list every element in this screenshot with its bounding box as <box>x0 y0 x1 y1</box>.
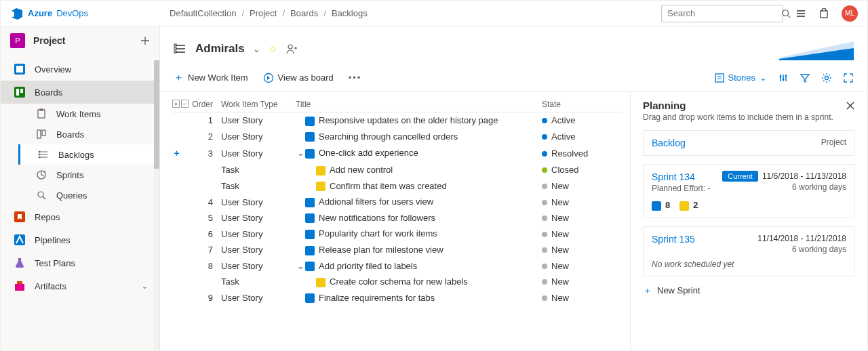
backlog-card[interactable]: Backlog Project <box>643 130 855 156</box>
table-row[interactable]: TaskAdd new controlClosed <box>172 162 623 178</box>
cell-type: User Story <box>221 115 296 125</box>
table-row[interactable]: 6User StoryPopularity chart for work ite… <box>172 226 623 242</box>
cell-title[interactable]: Add new control <box>296 165 542 176</box>
table-row[interactable]: TaskConfirm that item was createdNew <box>172 178 623 194</box>
sidebar-item-artifacts[interactable]: Artifacts ⌄ <box>1 274 159 297</box>
sidebar-scrollbar[interactable] <box>154 60 159 351</box>
list-icon[interactable] <box>795 8 806 19</box>
sprint-card-title[interactable]: Sprint 135 <box>652 234 695 245</box>
cell-title[interactable]: Popularity chart for work items <box>296 228 542 239</box>
table-row[interactable]: 9User StoryFinalize requirements for tab… <box>172 290 623 306</box>
cell-title[interactable]: Addional filters for users view <box>296 197 542 207</box>
expand-collapse-toggle[interactable]: +− <box>172 100 189 108</box>
sidebar-item-boards[interactable]: Boards <box>1 81 159 104</box>
sidebar-item-work-items[interactable]: Work Items <box>18 104 159 124</box>
breadcrumb-item[interactable]: DefaultCollection <box>170 8 236 18</box>
sidebar-item-test-plans[interactable]: Test Plans <box>1 251 159 274</box>
cell-title[interactable]: Searching through cancelled orders <box>296 131 542 142</box>
chevron-down-icon[interactable]: ⌄ <box>253 44 260 54</box>
cell-order: 1 <box>189 115 221 125</box>
cell-title[interactable]: Confirm that item was created <box>296 181 542 192</box>
column-header-title[interactable]: Title <box>296 100 542 109</box>
cell-title[interactable]: Release plan for milestone view <box>296 245 542 255</box>
team-name[interactable]: Admirals <box>195 42 245 56</box>
table-row[interactable]: 4User StoryAddional filters for users vi… <box>172 194 623 210</box>
fullscreen-icon[interactable] <box>843 73 854 83</box>
cumulative-flow-thumbnail[interactable] <box>779 37 854 60</box>
work-item-title: Add priority filed to labels <box>319 261 417 271</box>
cell-title[interactable]: Finalize requirements for tabs <box>296 293 542 304</box>
table-row[interactable]: ＋3User Story⌄One-click add experienceRes… <box>172 144 623 162</box>
svg-rect-20 <box>15 284 24 291</box>
close-icon[interactable] <box>846 101 855 110</box>
svg-point-16 <box>38 192 43 197</box>
pipelines-icon <box>13 234 26 246</box>
state-dot-icon <box>542 134 547 140</box>
column-header-type[interactable]: Work Item Type <box>221 100 296 109</box>
add-child-icon[interactable]: ＋ <box>172 148 181 158</box>
user-story-icon <box>305 230 315 239</box>
table-row[interactable]: 5User StoryNew notifications for followe… <box>172 210 623 226</box>
favorite-star-icon[interactable]: ☆ <box>269 43 277 54</box>
more-options-icon[interactable]: ••• <box>349 73 362 83</box>
cell-title[interactable]: New notifications for followers <box>296 213 542 224</box>
sidebar-item-sprints[interactable]: Sprints <box>18 165 159 185</box>
plus-icon: ＋ <box>174 71 184 84</box>
search-icon[interactable] <box>781 9 791 18</box>
work-item-title: Release plan for milestone view <box>319 245 443 255</box>
sprint-card-135[interactable]: Sprint 135 11/14/2018 - 11/21/2018 6 wor… <box>643 226 855 276</box>
sidebar-item-overview[interactable]: Overview <box>1 58 159 81</box>
svg-rect-11 <box>42 130 45 136</box>
sidebar-item-boards-sub[interactable]: Boards <box>18 124 159 144</box>
table-row[interactable]: 7User StoryRelease plan for milestone vi… <box>172 242 623 258</box>
column-header-order[interactable]: Order <box>189 100 221 109</box>
cell-title[interactable]: Create color schema for new labels <box>296 276 542 287</box>
settings-gear-icon[interactable] <box>821 73 832 83</box>
sprint-card-title[interactable]: Sprint 134 <box>652 171 711 182</box>
table-row[interactable]: 8User Story⌄Add priority filed to labels… <box>172 258 623 274</box>
cell-title[interactable]: ⌄One-click add experience <box>296 148 542 159</box>
backlog-level-dropdown[interactable]: Stories ⌄ <box>715 73 767 83</box>
backlog-card-project: Project <box>821 138 846 147</box>
cell-title[interactable]: ⌄Add priority filed to labels <box>296 261 542 272</box>
sidebar: P Project Overview Boards Work Items B <box>1 26 160 351</box>
avatar[interactable]: ML <box>842 5 858 22</box>
brand[interactable]: Azure DevOps <box>10 7 88 20</box>
svg-rect-29 <box>715 74 724 82</box>
column-header-state[interactable]: State <box>542 100 623 109</box>
user-story-icon <box>305 293 315 303</box>
breadcrumb-item[interactable]: Project <box>250 8 277 18</box>
team-members-icon[interactable] <box>285 43 298 55</box>
add-project-icon[interactable] <box>140 36 150 45</box>
search-box[interactable] <box>661 5 783 22</box>
sidebar-item-label: Boards <box>35 87 62 98</box>
breadcrumb: DefaultCollection/ Project/ Boards/ Back… <box>170 8 368 18</box>
view-as-board-button[interactable]: View as board <box>263 73 334 83</box>
user-story-icon <box>305 246 315 255</box>
breadcrumb-item[interactable]: Backlogs <box>332 8 368 18</box>
new-work-item-button[interactable]: ＋ New Work Item <box>174 71 248 84</box>
project-selector[interactable]: P Project <box>1 26 159 55</box>
sprint-card-134[interactable]: Sprint 134 Planned Effort: - Current11/6… <box>643 164 855 218</box>
work-item-title: Addional filters for users view <box>319 197 433 207</box>
breadcrumb-item[interactable]: Boards <box>290 8 318 18</box>
new-sprint-button[interactable]: ＋ New Sprint <box>643 285 855 297</box>
cell-state: Resolved <box>542 148 623 159</box>
chevron-down-icon[interactable]: ⌄ <box>142 283 147 290</box>
sidebar-item-pipelines[interactable]: Pipelines <box>1 228 159 251</box>
filter-icon[interactable] <box>800 73 810 83</box>
backlog-card-title[interactable]: Backlog <box>652 138 686 148</box>
sidebar-item-backlogs[interactable]: Backlogs <box>18 144 159 165</box>
sprint-days: 6 working days <box>757 245 846 254</box>
sidebar-item-repos[interactable]: Repos <box>1 205 159 228</box>
shopping-bag-icon[interactable] <box>818 8 829 19</box>
cell-title[interactable]: Responsive updates on the older history … <box>296 115 542 126</box>
table-row[interactable]: 1User StoryResponsive updates on the old… <box>172 112 623 129</box>
column-options-icon[interactable] <box>778 73 789 83</box>
chevron-down-icon[interactable]: ⌄ <box>296 261 305 271</box>
table-row[interactable]: 2User StorySearching through cancelled o… <box>172 129 623 145</box>
sidebar-item-queries[interactable]: Queries <box>18 185 159 205</box>
table-row[interactable]: TaskCreate color schema for new labelsNe… <box>172 274 623 290</box>
search-input[interactable] <box>667 8 781 18</box>
chevron-down-icon[interactable]: ⌄ <box>296 148 305 158</box>
